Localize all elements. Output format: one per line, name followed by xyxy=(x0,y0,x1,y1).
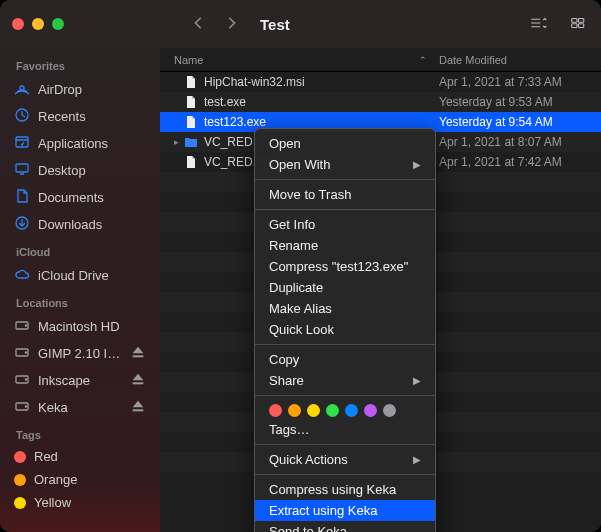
toolbar-more-button[interactable] xyxy=(571,16,589,33)
tags-label: Tags xyxy=(0,421,160,445)
file-row[interactable]: HipChat-win32.msiApr 1, 2021 at 7:33 AM xyxy=(160,72,601,92)
menu-item-extract-using-keka[interactable]: Extract using Keka xyxy=(255,500,435,521)
sidebar-item-label: Macintosh HD xyxy=(38,319,120,334)
back-button[interactable] xyxy=(192,16,206,33)
submenu-arrow-icon: ▶ xyxy=(413,159,421,170)
disk-icon xyxy=(14,317,30,336)
menu-item-label: Extract using Keka xyxy=(269,503,377,518)
sidebar-item-label: Desktop xyxy=(38,163,86,178)
svg-rect-6 xyxy=(579,23,584,27)
svg-rect-23 xyxy=(133,382,144,384)
menu-item-quick-actions[interactable]: Quick Actions▶ xyxy=(255,449,435,470)
finder-window: Test Favorites AirDropRecentsApplication… xyxy=(0,0,601,532)
menu-item-compress-test123-exe[interactable]: Compress "test123.exe" xyxy=(255,256,435,277)
sidebar-tag-red[interactable]: Red xyxy=(0,445,160,468)
tag-color-swatch[interactable] xyxy=(307,404,320,417)
sidebar-item-label: Applications xyxy=(38,136,108,151)
eject-icon[interactable] xyxy=(130,398,146,417)
close-window-button[interactable] xyxy=(12,18,24,30)
file-date: Yesterday at 9:53 AM xyxy=(439,95,587,109)
column-name[interactable]: Name xyxy=(174,54,419,66)
eject-icon[interactable] xyxy=(130,371,146,390)
sidebar-item-recents[interactable]: Recents xyxy=(0,103,160,130)
menu-item-label: Get Info xyxy=(269,217,315,232)
menu-separator xyxy=(255,474,435,475)
context-menu: OpenOpen With▶Move to TrashGet InfoRenam… xyxy=(254,128,436,532)
sidebar-item-label: Downloads xyxy=(38,217,102,232)
sidebar-item-label: Inkscape xyxy=(38,373,90,388)
sidebar-item-label: Red xyxy=(34,449,58,464)
svg-rect-11 xyxy=(16,164,28,172)
menu-item-compress-using-keka[interactable]: Compress using Keka xyxy=(255,479,435,500)
sidebar-item-inkscape[interactable]: Inkscape xyxy=(0,367,160,394)
menu-item-label: Quick Actions xyxy=(269,452,348,467)
sidebar-item-downloads[interactable]: Downloads xyxy=(0,211,160,238)
submenu-arrow-icon: ▶ xyxy=(413,375,421,386)
menu-item-quick-look[interactable]: Quick Look xyxy=(255,319,435,340)
column-headers: Name ⌃ Date Modified xyxy=(160,48,601,72)
clock-icon xyxy=(14,107,30,126)
menu-item-label: Quick Look xyxy=(269,322,334,337)
view-options-button[interactable] xyxy=(529,16,547,33)
menu-item-share[interactable]: Share▶ xyxy=(255,370,435,391)
menu-item-label: Compress "test123.exe" xyxy=(269,259,408,274)
tag-color-swatch[interactable] xyxy=(326,404,339,417)
menu-item-rename[interactable]: Rename xyxy=(255,235,435,256)
icloud-icon xyxy=(14,266,30,285)
sidebar-item-documents[interactable]: Documents xyxy=(0,184,160,211)
svg-rect-27 xyxy=(133,409,144,411)
menu-item-send-to-keka[interactable]: Send to Keka xyxy=(255,521,435,532)
sidebar-item-label: Keka xyxy=(38,400,68,415)
tag-color-swatch[interactable] xyxy=(364,404,377,417)
disk-icon xyxy=(14,344,30,363)
menu-separator xyxy=(255,209,435,210)
desktop-icon xyxy=(14,161,30,180)
file-date: Yesterday at 9:54 AM xyxy=(439,115,587,129)
sidebar-item-keka[interactable]: Keka xyxy=(0,394,160,421)
sidebar-item-applications[interactable]: Applications xyxy=(0,130,160,157)
airdrop-icon xyxy=(14,80,30,99)
tag-colors-row xyxy=(255,400,435,419)
zoom-window-button[interactable] xyxy=(52,18,64,30)
sidebar-item-gimp-2-10-i-[interactable]: GIMP 2.10 I… xyxy=(0,340,160,367)
tag-color-swatch[interactable] xyxy=(288,404,301,417)
file-row[interactable]: test.exeYesterday at 9:53 AM xyxy=(160,92,601,112)
menu-item-get-info[interactable]: Get Info xyxy=(255,214,435,235)
menu-item-tags[interactable]: Tags… xyxy=(255,419,435,440)
apps-icon xyxy=(14,134,30,153)
submenu-arrow-icon: ▶ xyxy=(413,454,421,465)
menu-item-make-alias[interactable]: Make Alias xyxy=(255,298,435,319)
tag-color-swatch[interactable] xyxy=(269,404,282,417)
forward-button[interactable] xyxy=(224,16,238,33)
file-date: Apr 1, 2021 at 7:42 AM xyxy=(439,155,587,169)
locations-label: Locations xyxy=(0,289,160,313)
sidebar-item-airdrop[interactable]: AirDrop xyxy=(0,76,160,103)
menu-item-label: Rename xyxy=(269,238,318,253)
sidebar-item-macintosh-hd[interactable]: Macintosh HD xyxy=(0,313,160,340)
sidebar-item-icloud-drive[interactable]: iCloud Drive xyxy=(0,262,160,289)
file-name: HipChat-win32.msi xyxy=(204,75,439,89)
menu-separator xyxy=(255,395,435,396)
folder-icon xyxy=(184,135,198,149)
menu-item-open-with[interactable]: Open With▶ xyxy=(255,154,435,175)
tag-color-swatch[interactable] xyxy=(383,404,396,417)
sidebar-tag-orange[interactable]: Orange xyxy=(0,468,160,491)
window-title: Test xyxy=(260,16,290,33)
sidebar-item-desktop[interactable]: Desktop xyxy=(0,157,160,184)
sidebar-tag-yellow[interactable]: Yellow xyxy=(0,491,160,514)
svg-point-17 xyxy=(25,352,26,353)
tag-dot-icon xyxy=(14,474,26,486)
menu-item-open[interactable]: Open xyxy=(255,133,435,154)
menu-separator xyxy=(255,344,435,345)
disclosure-triangle-icon[interactable]: ▸ xyxy=(174,137,184,147)
sidebar-item-label: Orange xyxy=(34,472,77,487)
tag-color-swatch[interactable] xyxy=(345,404,358,417)
menu-item-duplicate[interactable]: Duplicate xyxy=(255,277,435,298)
column-date[interactable]: Date Modified xyxy=(439,54,587,66)
minimize-window-button[interactable] xyxy=(32,18,44,30)
menu-item-move-to-trash[interactable]: Move to Trash xyxy=(255,184,435,205)
menu-item-copy[interactable]: Copy xyxy=(255,349,435,370)
menu-item-label: Tags… xyxy=(269,422,309,437)
eject-icon[interactable] xyxy=(130,344,146,363)
file-icon xyxy=(184,155,198,169)
